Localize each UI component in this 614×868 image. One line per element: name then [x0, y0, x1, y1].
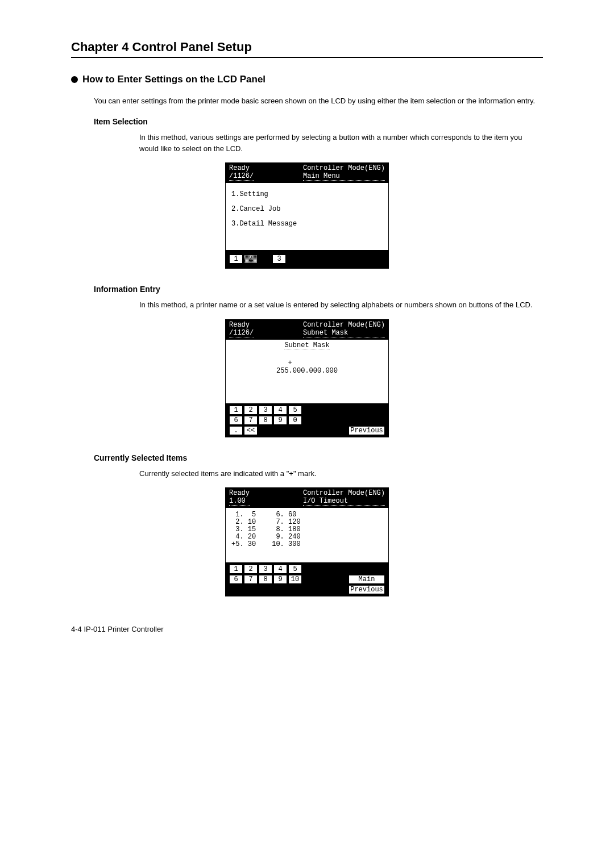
item-selection-heading: Item Selection [94, 117, 543, 126]
lcd-panel-information-entry: Ready /1126/ Controller Mode(ENG) Subnet… [225, 319, 389, 437]
io-option: 1. 5 [231, 511, 256, 518]
io-option: 7. 120 [272, 519, 300, 525]
currently-selected-body: Currently selected items are indicated w… [139, 468, 543, 479]
currently-selected-heading: Currently Selected Items [94, 453, 543, 462]
entry-title: Subnet Mask [284, 342, 329, 349]
information-entry-heading: Information Entry [94, 285, 543, 294]
lcd-screen-name: Main Menu [303, 173, 385, 181]
lcd-status: Ready [229, 490, 250, 496]
section-title: How to Enter Settings on the LCD Panel [82, 74, 265, 85]
key-2[interactable]: 2 [244, 565, 258, 574]
menu-item: 2.Cancel Job [231, 206, 383, 212]
io-right-column: 6. 60 7. 120 8. 180 9. 240 10. 300 [272, 511, 300, 558]
lcd-status: Ready [229, 322, 254, 328]
io-option: 6. 60 [272, 511, 300, 518]
lcd-screen-name: I/O Timeout [303, 498, 385, 506]
lcd-button-1[interactable]: 1 [229, 254, 243, 264]
key-5[interactable]: 5 [288, 565, 302, 574]
key-0[interactable]: 0 [288, 416, 302, 425]
lcd-button-strip: 1 2 3 [226, 250, 388, 268]
lcd-button-strip: 1 2 3 4 5 6 7 8 9 0 . [226, 403, 388, 437]
lcd-button-strip: 1 2 3 4 5 6 7 8 9 10 M [226, 562, 388, 596]
lcd-button-2[interactable]: 2 [244, 254, 258, 264]
information-entry-body: In this method, a printer name or a set … [139, 299, 543, 311]
key-backspace[interactable]: << [244, 426, 258, 435]
lcd-mode: Controller Mode(ENG) [303, 490, 385, 496]
lcd-mode: Controller Mode(ENG) [303, 165, 385, 172]
key-9[interactable]: 9 [273, 416, 287, 425]
key-1[interactable]: 1 [229, 565, 243, 574]
page-footer: 4-4 IP-011 Printer Controller [71, 625, 543, 633]
lcd-mode: Controller Mode(ENG) [303, 322, 385, 328]
key-8[interactable]: 8 [259, 416, 272, 425]
io-option: 2. 10 [231, 519, 256, 525]
key-10[interactable]: 10 [288, 575, 302, 584]
key-3[interactable]: 3 [259, 565, 272, 574]
key-6[interactable]: 6 [229, 416, 243, 425]
lcd-date: /1126/ [229, 329, 254, 337]
key-7[interactable]: 7 [244, 416, 258, 425]
key-3[interactable]: 3 [259, 406, 272, 415]
lcd-body: Subnet Mask + 255.000.000.000 [226, 340, 388, 403]
lcd-date: /1126/ [229, 173, 254, 181]
key-4[interactable]: 4 [273, 565, 287, 574]
io-option: 3. 15 [231, 526, 256, 533]
key-9[interactable]: 9 [273, 575, 287, 584]
lcd-date: 1.00 [229, 498, 250, 506]
entry-value: 255.000.000.000 [226, 368, 388, 374]
key-8[interactable]: 8 [259, 575, 272, 584]
key-2[interactable]: 2 [244, 406, 258, 415]
section-header: How to Enter Settings on the LCD Panel [71, 74, 543, 85]
menu-item: 1.Setting [231, 191, 383, 198]
key-4[interactable]: 4 [273, 406, 287, 415]
io-option: 10. 300 [272, 541, 300, 548]
io-option: 9. 240 [272, 533, 300, 540]
bullet-icon [71, 76, 78, 83]
lcd-header: Ready 1.00 Controller Mode(ENG) I/O Time… [226, 488, 388, 508]
lcd-button-3[interactable]: 3 [272, 254, 286, 264]
main-menu-button[interactable]: Main Menu [349, 575, 385, 584]
io-option-selected: +5. 30 [231, 541, 256, 548]
key-5[interactable]: 5 [288, 406, 302, 415]
chapter-title: Chapter 4 Control Panel Setup [71, 40, 543, 55]
lcd-screen-name: Subnet Mask [303, 329, 385, 337]
chapter-rule [71, 57, 543, 58]
previous-button[interactable]: Previous [349, 426, 385, 435]
key-6[interactable]: 6 [229, 575, 243, 584]
entry-cursor: + [192, 360, 388, 366]
menu-item: 3.Detail Message [231, 220, 383, 227]
io-option: 4. 20 [231, 533, 256, 540]
item-selection-body: In this method, various settings are per… [139, 132, 543, 155]
lcd-panel-item-selection: Ready /1126/ Controller Mode(ENG) Main M… [225, 162, 389, 269]
lcd-body: 1. 5 2. 10 3. 15 4. 20 +5. 30 6. 60 7. 1… [226, 508, 388, 562]
lcd-body: 1.Setting 2.Cancel Job 3.Detail Message [226, 183, 388, 250]
key-7[interactable]: 7 [244, 575, 258, 584]
key-1[interactable]: 1 [229, 406, 243, 415]
key-dot[interactable]: . [229, 426, 243, 435]
lcd-status: Ready [229, 165, 254, 172]
lcd-header: Ready /1126/ Controller Mode(ENG) Subnet… [226, 320, 388, 340]
lcd-panel-io-timeout: Ready 1.00 Controller Mode(ENG) I/O Time… [225, 487, 389, 596]
lcd-header: Ready /1126/ Controller Mode(ENG) Main M… [226, 163, 388, 183]
intro-text: You can enter settings from the printer … [94, 95, 543, 107]
io-option: 8. 180 [272, 526, 300, 533]
previous-button[interactable]: Previous [349, 585, 385, 594]
io-left-column: 1. 5 2. 10 3. 15 4. 20 +5. 30 [231, 511, 256, 558]
